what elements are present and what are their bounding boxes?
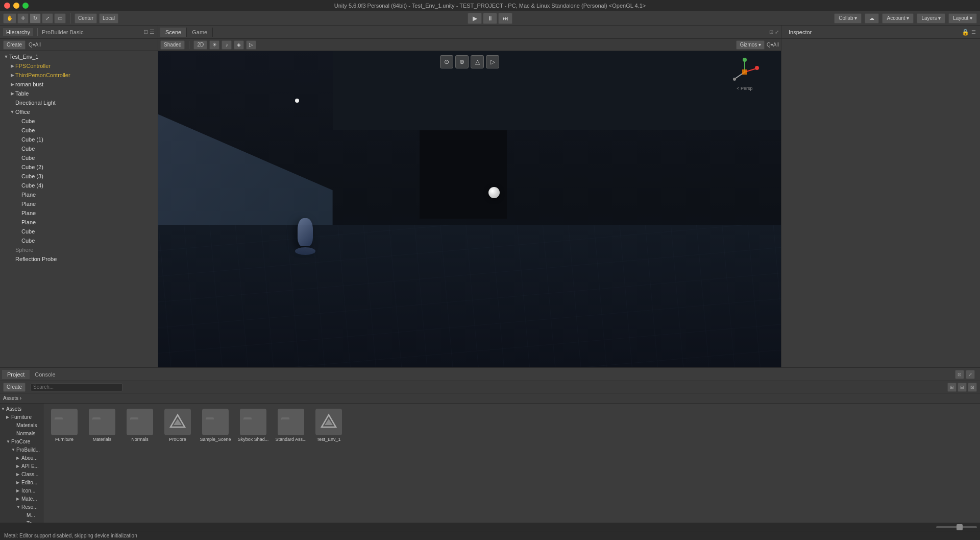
tree-item-romanbust[interactable]: ▶ roman bust	[0, 80, 158, 89]
tree-item-plane1[interactable]: Plane	[0, 190, 158, 199]
scale-tool-button[interactable]: ⤢	[42, 13, 53, 24]
window-controls[interactable]	[4, 3, 29, 9]
tree-item-testenv[interactable]: ▼ Test_Env_1	[0, 52, 158, 61]
inspector-tab[interactable]: Inspector	[786, 28, 815, 36]
close-button[interactable]	[4, 3, 10, 9]
tree-item-cube5[interactable]: Cube	[0, 153, 158, 162]
asset-furniture[interactable]: Furniture	[46, 407, 82, 444]
scene-overlay-btn-1[interactable]: ⊙	[440, 55, 453, 68]
hierarchy-menu-icon[interactable]: ☰	[150, 29, 155, 35]
hand-tool-button[interactable]: ✋	[3, 13, 16, 24]
tree-item-cube1[interactable]: Cube	[0, 116, 158, 126]
scene-effects-icon[interactable]: ◈	[234, 40, 244, 50]
move-tool-button[interactable]: ✛	[17, 13, 29, 24]
proj-procore[interactable]: ▼ ProCore	[0, 437, 43, 445]
proj-probuild[interactable]: ▼ ProBuild...	[0, 445, 43, 454]
asset-skybox[interactable]: Skybox Shad...	[235, 407, 271, 444]
scene-camera-icon[interactable]: ▷	[246, 40, 256, 50]
tree-item-sphere[interactable]: Sphere	[0, 245, 158, 254]
bottom-ctrl-1[interactable]: ⊞	[947, 383, 957, 392]
tree-item-cube2[interactable]: Cube	[0, 126, 158, 135]
maximize-button[interactable]	[22, 3, 29, 9]
proj-icon[interactable]: ▶ Icon...	[0, 486, 43, 495]
hierarchy-create-button[interactable]: Create	[3, 40, 26, 50]
scene-max-icon[interactable]: ⤢	[775, 29, 779, 35]
layers-button[interactable]: Layers ▾	[917, 13, 945, 24]
asset-standard[interactable]: Standard Ass...	[273, 407, 309, 444]
project-create-button[interactable]: Create	[3, 383, 26, 392]
2d-button[interactable]: 2D	[193, 40, 207, 50]
proj-furniture[interactable]: ▶ Furniture	[0, 413, 43, 421]
bottom-max-icon[interactable]: ⤢	[966, 370, 975, 379]
slider-thumb[interactable]	[957, 524, 963, 530]
proj-materials[interactable]: Materials	[0, 421, 43, 429]
local-button[interactable]: Local	[99, 13, 118, 24]
inspector-menu-icon[interactable]: ☰	[971, 29, 976, 35]
account-button[interactable]: Account ▾	[882, 13, 914, 24]
project-tab[interactable]: Project	[2, 370, 30, 379]
scene-overlay-btn-4[interactable]: ▷	[486, 55, 499, 68]
proj-editor[interactable]: ▶ Edito...	[0, 478, 43, 486]
scene-overlay-btn-3[interactable]: △	[471, 55, 484, 68]
tree-item-plane4[interactable]: Plane	[0, 218, 158, 227]
tree-item-plane2[interactable]: Plane	[0, 199, 158, 208]
proj-about[interactable]: ▶ Abou...	[0, 454, 43, 462]
tree-item-cube9[interactable]: Cube	[0, 227, 158, 236]
pause-button[interactable]: ⏸	[483, 13, 497, 24]
proj-class[interactable]: ▶ Class...	[0, 470, 43, 478]
tree-item-cube7[interactable]: Cube (3)	[0, 172, 158, 181]
tree-item-cube6[interactable]: Cube (2)	[0, 162, 158, 172]
tree-item-cube4[interactable]: Cube	[0, 144, 158, 153]
tree-item-office[interactable]: ▼ Office	[0, 107, 158, 116]
rect-tool-button[interactable]: ▭	[54, 13, 66, 24]
center-button[interactable]: Center	[75, 13, 97, 24]
asset-testenv[interactable]: Test_Env_1	[311, 407, 347, 444]
hierarchy-lock-icon[interactable]: ⊡	[143, 29, 148, 35]
inspector-lock-icon[interactable]: 🔒	[962, 29, 969, 36]
scene-search[interactable]: Q▾All	[767, 42, 779, 48]
scene-light-icon[interactable]: ☀	[209, 40, 219, 50]
collab-button[interactable]: Collab ▾	[834, 13, 862, 24]
tree-item-reflectionprobe[interactable]: Reflection Probe	[0, 254, 158, 264]
scene-overlay-btn-2[interactable]: ⊕	[455, 55, 469, 68]
gizmos-button[interactable]: Gizmos ▾	[736, 40, 765, 50]
bottom-ctrl-2[interactable]: ⊟	[958, 383, 967, 392]
layout-button[interactable]: Layout ▾	[948, 13, 977, 24]
bottom-ctrl-3[interactable]: ⊠	[968, 383, 977, 392]
scene-audio-icon[interactable]: ♪	[222, 40, 232, 50]
asset-samplescene[interactable]: Sample_Scene	[198, 407, 233, 444]
tree-item-fps[interactable]: ▶ FPSController	[0, 61, 158, 71]
bottom-lock-icon[interactable]: ⊡	[955, 370, 964, 379]
tree-item-directionallight[interactable]: Directional Light	[0, 98, 158, 107]
search-filter[interactable]: Q▾All	[29, 42, 41, 48]
rotate-tool-button[interactable]: ↻	[30, 13, 41, 24]
scene-lock-icon[interactable]: ⊡	[769, 29, 773, 35]
project-search-input[interactable]	[31, 383, 122, 391]
game-tab[interactable]: Game	[187, 28, 213, 37]
hierarchy-tab[interactable]: Hierarchy	[3, 28, 33, 36]
proj-normals[interactable]: Normals	[0, 429, 43, 437]
tree-item-table[interactable]: ▶ Table	[0, 89, 158, 98]
tree-item-cube8[interactable]: Cube (4)	[0, 181, 158, 190]
shaded-button[interactable]: Shaded	[160, 40, 185, 50]
tree-item-cube10[interactable]: Cube	[0, 236, 158, 245]
zoom-slider[interactable]	[936, 526, 977, 528]
probuilder-tab[interactable]: ProBuilder Basic	[42, 29, 83, 35]
proj-m[interactable]: M...	[0, 511, 43, 519]
step-button[interactable]: ⏭	[498, 13, 512, 24]
asset-materials[interactable]: Materials	[84, 407, 120, 444]
play-button[interactable]: ▶	[468, 13, 482, 24]
tree-item-thirdperson[interactable]: ▶ ThirdPersonController	[0, 71, 158, 80]
tree-item-cube3[interactable]: Cube (1)	[0, 135, 158, 144]
cloud-button[interactable]: ☁	[865, 13, 879, 24]
tree-item-plane3[interactable]: Plane	[0, 208, 158, 218]
asset-procore[interactable]: ProCore	[160, 407, 195, 444]
proj-reso[interactable]: ▼ Reso...	[0, 503, 43, 511]
scene-tab[interactable]: Scene	[160, 28, 187, 37]
proj-mate[interactable]: ▶ Mate...	[0, 495, 43, 503]
scene-view[interactable]: ⊙ ⊕ △ ▷	[158, 51, 781, 367]
proj-assets[interactable]: ▼ Assets	[0, 405, 43, 413]
minimize-button[interactable]	[13, 3, 19, 9]
console-tab[interactable]: Console	[30, 370, 60, 379]
asset-normals[interactable]: Normals	[122, 407, 158, 444]
